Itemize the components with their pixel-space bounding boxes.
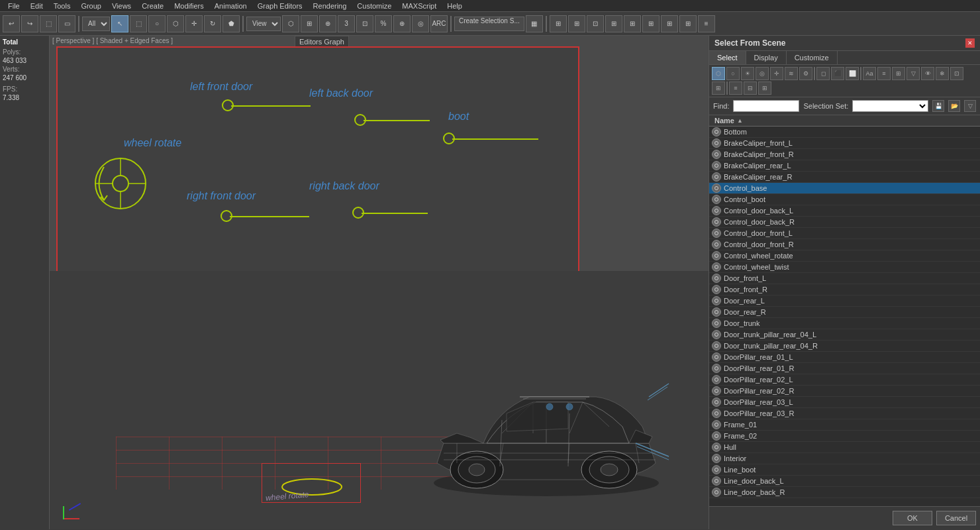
find-input[interactable] bbox=[733, 100, 799, 112]
select-region-fence[interactable]: ⬡ bbox=[167, 15, 184, 32]
sel-set-dropdown[interactable] bbox=[852, 100, 928, 112]
list-item[interactable]: Door_front_L bbox=[709, 273, 980, 284]
undo-button[interactable]: ↩ bbox=[3, 15, 20, 32]
list-item[interactable]: BrakeCaliper_front_L bbox=[709, 138, 980, 149]
tab-customize[interactable]: Customize bbox=[787, 51, 838, 64]
list-item[interactable]: Control_door_back_R bbox=[709, 217, 980, 228]
menu-modifiers[interactable]: Modifiers bbox=[169, 0, 209, 12]
mirror-button[interactable]: ⬡ bbox=[282, 15, 299, 32]
list-item[interactable]: DoorPillar_rear_02_R bbox=[709, 386, 980, 397]
menu-create[interactable]: Create bbox=[136, 0, 169, 12]
icon-all[interactable]: ⬜ bbox=[846, 67, 859, 80]
menu-maxscript[interactable]: MAXScript bbox=[397, 0, 442, 12]
select-button[interactable]: ↖ bbox=[111, 15, 128, 32]
list-item[interactable]: BrakeCaliper_front_R bbox=[709, 149, 980, 160]
camera-button[interactable]: ◎ bbox=[412, 15, 429, 32]
menu-graph-editors[interactable]: Graph Editors bbox=[252, 0, 308, 12]
tab-select[interactable]: Select bbox=[709, 51, 746, 64]
sel-set-options[interactable]: ▽ bbox=[964, 100, 976, 112]
icon-view-tree[interactable]: ⊞ bbox=[758, 81, 771, 95]
col-sort-arrow[interactable]: ▲ bbox=[737, 117, 743, 124]
layer-button[interactable]: ⊞ bbox=[679, 15, 697, 32]
icon-none[interactable]: ◻ bbox=[816, 67, 830, 80]
list-item[interactable]: Line_door_back_L bbox=[709, 476, 980, 487]
arc-button[interactable]: ARC bbox=[430, 15, 448, 32]
rotate-button[interactable]: ↻ bbox=[204, 15, 221, 32]
sel-set-save[interactable]: 💾 bbox=[932, 100, 944, 112]
menu-rendering[interactable]: Rendering bbox=[308, 0, 352, 12]
list-item[interactable]: Interior bbox=[709, 453, 980, 464]
icon-geometry[interactable]: ⬡ bbox=[712, 67, 725, 80]
icon-systems[interactable]: ⚙ bbox=[799, 67, 812, 80]
list-item[interactable]: Line_door_back_R bbox=[709, 487, 980, 498]
menu-tools[interactable]: Tools bbox=[48, 0, 76, 12]
num-3-button[interactable]: 3 bbox=[338, 15, 355, 32]
list-item[interactable]: BrakeCaliper_rear_R bbox=[709, 172, 980, 183]
list-item[interactable]: DoorPillar_rear_03_L bbox=[709, 397, 980, 408]
snap-button[interactable]: ⊕ bbox=[319, 15, 336, 32]
list-item[interactable]: Door_rear_L bbox=[709, 295, 980, 307]
ok-button[interactable]: OK bbox=[893, 511, 932, 525]
menu-help[interactable]: Help bbox=[442, 0, 467, 12]
align-button[interactable]: ⊞ bbox=[301, 15, 318, 32]
sel-set-load[interactable]: 📂 bbox=[948, 100, 960, 112]
icon-layer[interactable]: ⊞ bbox=[712, 81, 725, 95]
panel-close-button[interactable]: ✕ bbox=[965, 38, 975, 48]
list-item[interactable]: Control_door_back_L bbox=[709, 205, 980, 217]
list-item[interactable]: Control_base bbox=[709, 183, 980, 194]
percent-button[interactable]: % bbox=[375, 15, 392, 32]
list-item[interactable]: Door_trunk bbox=[709, 318, 980, 329]
scale-button[interactable]: ⬟ bbox=[222, 15, 240, 32]
array-button[interactable]: ⊞ bbox=[568, 15, 585, 32]
select-region-button[interactable]: ▭ bbox=[58, 15, 75, 32]
list-item[interactable]: Door_trunk_pillar_rear_04_L bbox=[709, 329, 980, 341]
icon-lights[interactable]: ☀ bbox=[741, 67, 754, 80]
list-item[interactable]: DoorPillar_rear_02_L bbox=[709, 374, 980, 386]
icon-shapes[interactable]: ○ bbox=[726, 67, 740, 80]
list-item[interactable]: Door_front_R bbox=[709, 284, 980, 295]
select-object-button[interactable]: ⬚ bbox=[40, 15, 57, 32]
icon-hidden[interactable]: 👁 bbox=[921, 67, 934, 80]
icon-case-sensitive[interactable]: Aa bbox=[863, 67, 876, 80]
scatter-button[interactable]: ⊞ bbox=[624, 15, 641, 32]
move-button[interactable]: ✛ bbox=[185, 15, 203, 32]
menu-views[interactable]: Views bbox=[107, 0, 136, 12]
icon-helpers[interactable]: ✛ bbox=[770, 67, 783, 80]
list-item[interactable]: DoorPillar_rear_03_R bbox=[709, 408, 980, 419]
icon-view-icons[interactable]: ⊟ bbox=[744, 81, 757, 95]
icon-list[interactable]: ≡ bbox=[877, 67, 891, 80]
snap-cycle-button[interactable]: ⊡ bbox=[587, 15, 604, 32]
list-item[interactable]: Hull bbox=[709, 442, 980, 453]
icon-invert[interactable]: ⬛ bbox=[831, 67, 844, 80]
list-item[interactable]: Door_trunk_pillar_rear_04_R bbox=[709, 341, 980, 352]
list-item[interactable]: DoorPillar_rear_01_R bbox=[709, 363, 980, 374]
measure-button[interactable]: ⊞ bbox=[605, 15, 622, 32]
select-region-circle[interactable]: ○ bbox=[148, 15, 166, 32]
filter-dropdown[interactable]: All bbox=[82, 17, 110, 31]
list-item[interactable]: BrakeCaliper_rear_L bbox=[709, 160, 980, 172]
redo-button[interactable]: ↪ bbox=[21, 15, 38, 32]
icon-sort[interactable]: ⊞ bbox=[892, 67, 905, 80]
select-region-rect[interactable]: ⬚ bbox=[130, 15, 147, 32]
tab-display[interactable]: Display bbox=[746, 51, 787, 64]
list-item[interactable]: DoorPillar_rear_01_L bbox=[709, 352, 980, 363]
ribbon-button[interactable]: ≡ bbox=[698, 15, 715, 32]
icon-cameras[interactable]: ◎ bbox=[756, 67, 769, 80]
icon-frozen[interactable]: ❄ bbox=[936, 67, 949, 80]
icon-view-list[interactable]: ≡ bbox=[729, 81, 742, 95]
menu-customize[interactable]: Customize bbox=[352, 0, 397, 12]
clone-button[interactable]: ⊞ bbox=[661, 15, 678, 32]
list-item[interactable]: Line_boot bbox=[709, 464, 980, 476]
snap3-button[interactable]: ⊕ bbox=[393, 15, 411, 32]
snap2-button[interactable]: ⊡ bbox=[356, 15, 373, 32]
list-item[interactable]: Control_door_front_R bbox=[709, 239, 980, 250]
menu-file[interactable]: File bbox=[3, 0, 25, 12]
mirror2-button[interactable]: ⊞ bbox=[550, 15, 567, 32]
list-item[interactable]: Control_wheel_twist bbox=[709, 262, 980, 273]
icon-spacewarps[interactable]: ≋ bbox=[785, 67, 798, 80]
viewport[interactable]: [ Perspective ] [ Shaded + Edged Faces ]… bbox=[50, 36, 709, 529]
icon-child[interactable]: ⊡ bbox=[950, 67, 963, 80]
named-sets-button[interactable]: ▦ bbox=[526, 15, 543, 32]
spacing-button[interactable]: ⊞ bbox=[642, 15, 660, 32]
menu-animation[interactable]: Animation bbox=[209, 0, 252, 12]
